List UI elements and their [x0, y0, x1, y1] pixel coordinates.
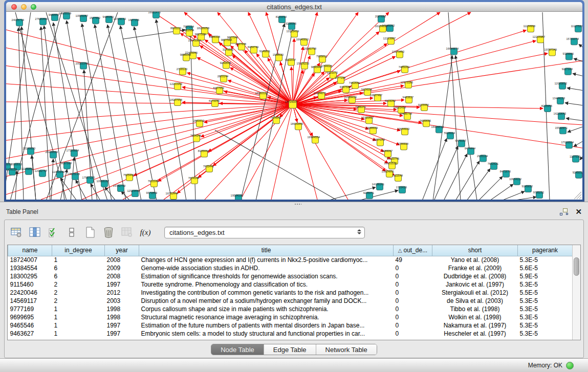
citation-edge-black[interactable] — [215, 130, 338, 200]
network-graph-canvas[interactable]: 2405572427691406946055714605529105532871… — [6, 12, 582, 200]
table-row[interactable]: 977716911998Corpus callosum shape and si… — [8, 305, 573, 313]
table-row[interactable]: 911546021997Tourette syndrome. Phenomeno… — [8, 280, 573, 289]
graph-node-label: 16120746 — [387, 157, 399, 160]
cell: 0 — [394, 321, 432, 330]
table-row[interactable]: 969969511998Structural magnetic resonanc… — [8, 313, 573, 321]
graph-node-label: 2087682 — [375, 15, 386, 18]
citation-edge-red[interactable] — [205, 40, 293, 104]
graph-node-label: 18807249 — [373, 138, 385, 141]
graph-node-label: 6497568 — [340, 85, 351, 89]
splitter-handle[interactable] — [294, 203, 301, 206]
vertical-scrollbar[interactable] — [572, 245, 580, 340]
attribute-browser: f(x) citations_edges.txt namein_degreeye… — [4, 220, 584, 358]
column-header-name[interactable]: name — [8, 245, 52, 256]
table-settings-button[interactable] — [9, 225, 24, 240]
graph-node-label: 1139159 — [6, 168, 17, 171]
column-header-out-de-[interactable]: △out_de... — [394, 245, 432, 256]
graph-node-label: 18226058 — [197, 27, 209, 30]
maximize-window-icon[interactable] — [31, 4, 36, 10]
citation-edge-red[interactable] — [182, 87, 293, 104]
minimize-window-icon[interactable] — [21, 4, 27, 10]
citation-edge-black[interactable] — [565, 103, 582, 105]
tab-network-table[interactable]: Network Table — [316, 344, 377, 355]
citation-edge-red[interactable] — [293, 53, 548, 104]
citation-edge-red[interactable] — [6, 84, 293, 104]
graph-node-label: 9699695 — [420, 119, 431, 122]
column-header-in-degree[interactable]: in_degree — [52, 245, 105, 256]
citation-edge-black[interactable] — [434, 146, 458, 200]
cell: 2008 — [105, 256, 139, 264]
cell: 18300295 — [8, 272, 52, 280]
table-row[interactable]: 946362711997Embryonic stem cells: a mode… — [8, 330, 573, 338]
citation-edge-black[interactable] — [512, 197, 536, 200]
graph-node-label: 19384554 — [308, 136, 320, 139]
column-header-year[interactable]: year — [105, 245, 139, 256]
select-rows-button[interactable] — [46, 225, 61, 240]
table-row[interactable]: 2242004622012Investigating the contribut… — [8, 289, 573, 297]
citation-edge-red[interactable] — [293, 104, 313, 136]
desktop: citations_edges.txt 24055724276914069460… — [0, 0, 588, 372]
table-row[interactable]: 1456911722003Disruption of a novel membe… — [8, 297, 573, 305]
citation-edge-black[interactable] — [467, 169, 490, 200]
citation-edge-black[interactable] — [579, 44, 582, 48]
citation-edge-black[interactable] — [573, 74, 582, 76]
table-row[interactable]: 1872400712008Changes of HCN gene express… — [8, 256, 573, 264]
graph-node-label: 15751074 — [567, 37, 579, 40]
column-header-short[interactable]: short — [432, 245, 518, 256]
cell: 14569117 — [8, 297, 52, 305]
citation-edge-black[interactable] — [567, 88, 582, 91]
citation-edge-black[interactable] — [18, 28, 24, 200]
new-column-button[interactable] — [82, 225, 98, 240]
table-row[interactable]: 1830029562008Estimation of significance … — [8, 272, 573, 280]
graph-node-label: 5624554 — [361, 88, 372, 91]
citation-edge-black[interactable] — [15, 171, 17, 200]
cell: 1 — [52, 330, 105, 338]
citation-edge-black[interactable] — [566, 118, 582, 121]
memory-status-label: Memory: OK — [528, 362, 562, 369]
tab-edge-table[interactable]: Edge Table — [264, 344, 316, 355]
node-table-grid: namein_degreeyeartitle△out_de...shortpag… — [7, 245, 581, 340]
citation-edge-black[interactable] — [568, 126, 582, 132]
citation-edge-red[interactable] — [291, 67, 293, 104]
cell: 1997 — [105, 280, 139, 289]
citation-edge-black[interactable] — [444, 154, 467, 200]
resize-grip-icon[interactable] — [574, 192, 581, 199]
citation-edge-red[interactable] — [293, 12, 317, 104]
cell: Jankovic et al. (1997) — [432, 280, 518, 289]
column-header-title[interactable]: title — [139, 245, 394, 256]
cell: Estimation of the future numbers of pati… — [139, 321, 394, 330]
scrollbar-thumb[interactable] — [574, 257, 579, 276]
column-header-pagerank[interactable]: pagerank — [518, 245, 573, 256]
cell: 19384554 — [8, 264, 52, 272]
close-window-icon[interactable] — [11, 4, 17, 10]
row-height-button[interactable] — [64, 225, 79, 240]
show-columns-button[interactable] — [27, 225, 42, 240]
citation-edge-red[interactable] — [6, 30, 293, 104]
citation-edge-black[interactable] — [574, 141, 582, 146]
function-builder-button[interactable]: f(x) — [138, 225, 153, 240]
table-row[interactable]: 1938455462009Genome-wide association stu… — [8, 264, 573, 272]
table-selector-dropdown[interactable]: citations_edges.txt — [164, 227, 365, 238]
citation-edge-red[interactable] — [6, 104, 293, 140]
citation-edge-red[interactable] — [293, 38, 294, 104]
graph-node-label: 7604144 — [188, 177, 199, 180]
delete-table-button[interactable] — [119, 225, 135, 240]
citation-edge-black[interactable] — [32, 156, 36, 200]
graph-node-label: 14605529 — [59, 12, 71, 15]
citation-edge-black[interactable] — [502, 191, 525, 200]
memory-indicator-icon[interactable] — [566, 362, 574, 369]
cell: 5.9E-5 — [518, 272, 573, 280]
cell: 5.6E-5 — [518, 264, 573, 272]
close-panel-icon[interactable]: ✕ — [575, 208, 582, 215]
graph-node-label: 17957223 — [82, 176, 95, 179]
delete-column-button[interactable] — [101, 225, 116, 240]
network-window-titlebar[interactable]: citations_edges.txt — [6, 2, 582, 12]
citation-edge-black[interactable] — [448, 12, 461, 200]
cell: 1997 — [105, 330, 139, 338]
float-window-icon[interactable] — [560, 208, 568, 215]
graph-node-label: 8454749 — [248, 46, 258, 49]
tab-node-table[interactable]: Node Table — [211, 344, 264, 355]
cell: 6 — [52, 264, 105, 272]
table-row[interactable]: 946554611997Estimation of the future num… — [8, 321, 573, 330]
graph-node-label: 8350513 — [11, 163, 22, 166]
